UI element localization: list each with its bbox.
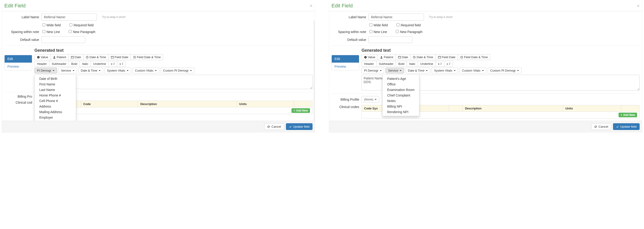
field-datetime-button[interactable]: Field Date & Time (458, 54, 490, 60)
menu-item[interactable]: Billing NPI (382, 104, 419, 109)
add-new-button[interactable]: +Add New (292, 108, 310, 113)
label-name-input[interactable] (368, 14, 424, 20)
menu-item[interactable]: Mailing Address (35, 109, 76, 115)
generated-text-title: Generated text (362, 48, 640, 53)
menu-item[interactable]: Chief Complaint (382, 93, 419, 98)
default-value-input[interactable] (368, 36, 412, 43)
label-name-label: Label Name (332, 15, 368, 19)
clinical-codes-table: Code Description Units +Add New (34, 101, 312, 114)
required-field-checkbox[interactable]: Required field (68, 23, 94, 27)
pt-demogr-dropdown[interactable]: Pt Demogr (362, 68, 384, 73)
system-vitals-dropdown[interactable]: System Vitals (104, 68, 131, 73)
field-date-button[interactable]: Field Date (436, 54, 458, 60)
modal-footer: Cancel Update field (2, 121, 315, 132)
header-button[interactable]: Header (362, 61, 376, 67)
datetime-button[interactable]: Date & Time (410, 54, 436, 60)
patient-button[interactable]: Patient (50, 54, 68, 60)
menu-item[interactable]: Examination Room (382, 87, 419, 93)
clinical-codes-label: Clinical cod (4, 101, 34, 104)
menu-item[interactable]: Cell Phone # (35, 98, 76, 104)
update-field-button[interactable]: Update field (286, 123, 312, 130)
pt-demogr-dropdown[interactable]: Pt Demogr (34, 68, 57, 73)
date-button[interactable]: Date (68, 54, 84, 60)
close-icon[interactable]: × (310, 3, 312, 8)
menu-item[interactable]: Date of Birth (35, 76, 76, 81)
scrollbar[interactable] (314, 20, 315, 121)
caret-down-icon (454, 70, 456, 71)
required-field-checkbox[interactable]: Required field (396, 23, 420, 27)
wide-field-checkbox[interactable]: Wide field (42, 23, 60, 27)
subscript-button[interactable]: x2 (108, 61, 117, 67)
underline-button[interactable]: Underline (418, 61, 436, 67)
generated-text-area[interactable] (34, 75, 312, 89)
service-dropdown[interactable]: Service (58, 68, 77, 73)
italic-button[interactable]: Italic (406, 61, 418, 67)
info-icon: i (37, 56, 40, 59)
menu-item[interactable]: Patient's Age (382, 76, 419, 81)
underline-button[interactable]: Underline (90, 61, 109, 67)
datetime-dropdown[interactable]: Date & Time (78, 68, 103, 73)
calendar-icon (398, 56, 401, 59)
svg-line-10 (268, 126, 269, 127)
clock-icon (86, 56, 88, 59)
default-value-input[interactable] (42, 36, 85, 43)
menu-item[interactable]: Last Name (35, 87, 76, 93)
menu-item[interactable]: First Name (35, 81, 76, 87)
tab-preview[interactable]: Preview (4, 63, 32, 70)
custom-vitals-dropdown[interactable]: Custom Vitals (132, 68, 159, 73)
tab-preview[interactable]: Preview (332, 63, 359, 70)
billing-profile-select[interactable]: (None) (362, 96, 379, 103)
custom-pt-demogr-dropdown[interactable]: Custom Pt Demogr (488, 68, 522, 73)
close-icon[interactable]: × (637, 3, 640, 8)
label-name-input[interactable] (42, 14, 97, 20)
tab-edit[interactable]: Edit (4, 55, 32, 63)
italic-button[interactable]: Italic (80, 61, 91, 67)
service-dropdown[interactable]: Service (386, 68, 404, 73)
value-button[interactable]: iValue (34, 54, 50, 60)
header-button[interactable]: Header (34, 61, 50, 67)
custom-vitals-dropdown[interactable]: Custom Vitals (460, 68, 486, 73)
tab-edit[interactable]: Edit (332, 55, 359, 63)
update-field-button[interactable]: Update field (613, 123, 640, 130)
clock-icon (133, 56, 136, 59)
datetime-button[interactable]: Date & Time (83, 54, 109, 60)
superscript-button[interactable]: x2 (117, 61, 126, 67)
billing-profile-label: Billing Pro (4, 95, 34, 98)
cancel-button[interactable]: Cancel (591, 123, 611, 130)
bold-button[interactable]: Bold (69, 61, 80, 67)
svg-line-21 (595, 126, 596, 127)
new-paragraph-checkbox[interactable]: New Paragraph (395, 29, 422, 34)
cancel-button[interactable]: Cancel (264, 123, 284, 130)
menu-item[interactable]: Employer (35, 115, 76, 120)
bold-button[interactable]: Bold (396, 61, 407, 67)
menu-item[interactable]: Office (382, 81, 419, 87)
info-icon: i (364, 56, 367, 59)
subheader-button[interactable]: Subheader (49, 61, 69, 67)
ban-icon (267, 125, 270, 128)
new-line-checkbox[interactable]: New Line (368, 29, 387, 34)
menu-item[interactable]: Notes (382, 98, 419, 104)
subscript-button[interactable]: x2 (436, 61, 444, 67)
date-button[interactable]: Date (396, 54, 410, 60)
superscript-button[interactable]: x2 (444, 61, 453, 67)
edit-field-modal-right: Edit Field × Label Name Try to keep it s… (329, 2, 642, 133)
system-vitals-dropdown[interactable]: System Vitals (432, 68, 458, 73)
patient-button[interactable]: Patient (378, 54, 396, 60)
caret-down-icon (517, 70, 519, 71)
default-value-label: Default value (332, 38, 368, 41)
subheader-button[interactable]: Subheader (376, 61, 396, 67)
menu-item[interactable]: Address (35, 104, 76, 109)
new-line-checkbox[interactable]: New Line (42, 29, 60, 34)
menu-item[interactable]: Home Phone # (35, 93, 76, 98)
field-date-button[interactable]: Field Date (108, 54, 131, 60)
wide-field-checkbox[interactable]: Wide field (368, 23, 388, 27)
menu-item[interactable]: Sex (35, 120, 76, 121)
new-paragraph-checkbox[interactable]: New Paragraph (68, 29, 95, 34)
side-tabs: Edit Preview (332, 55, 359, 70)
custom-pt-demogr-dropdown[interactable]: Custom Pt Demogr (161, 68, 195, 73)
add-new-button[interactable]: +Add New (618, 113, 637, 117)
field-datetime-button[interactable]: Field Date & Time (130, 54, 163, 60)
datetime-dropdown[interactable]: Date & Time (406, 68, 430, 73)
menu-item[interactable]: Rendering NPI (382, 109, 419, 115)
value-button[interactable]: iValue (362, 54, 378, 60)
